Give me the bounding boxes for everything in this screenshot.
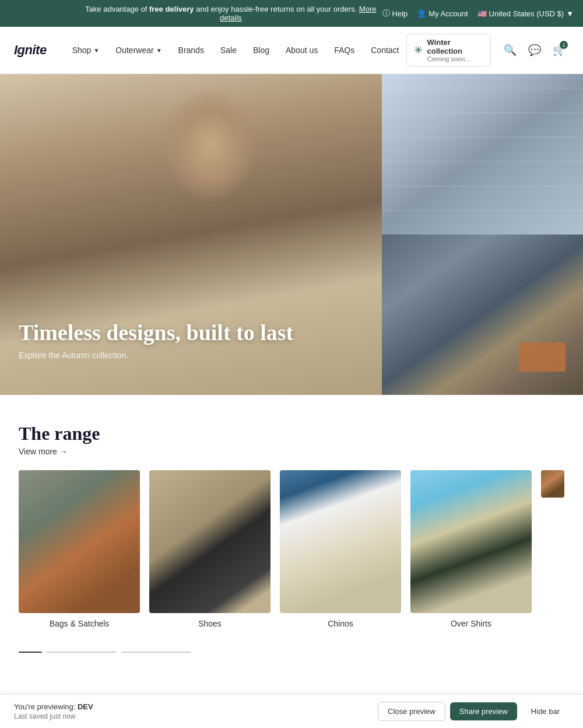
nav-sale[interactable]: Sale [213,41,244,60]
overshirts-image [410,470,532,613]
snowflake-icon: ✳ [414,44,423,57]
flag-icon: 🇺🇸 [477,9,487,18]
winter-badge-title: Winter collection [427,38,484,55]
navbar: Ignite Shop ▼ Outerwear ▼ Brands Sale Bl… [0,27,583,74]
hero-subtext: Explore the Autumn collection. [19,351,293,360]
message-icon: 💬 [528,44,541,57]
hero-main-image: Timeless designs, built to last Explore … [0,74,382,395]
announcement-link[interactable]: More details [220,5,376,22]
nav-shop[interactable]: Shop ▼ [65,41,107,60]
chinos-label: Chinos [328,619,353,628]
range-title: The range [19,423,564,444]
account-icon: 👤 [417,9,426,18]
cart-count-badge: 1 [560,41,568,49]
chevron-down-icon: ▼ [93,47,99,54]
help-link[interactable]: ⓘ Help [382,8,408,19]
carousel-dot-3[interactable] [121,652,191,653]
chinos-image [280,470,401,613]
partial-image [541,470,564,498]
range-item-chinos[interactable]: Chinos [280,470,401,628]
account-link[interactable]: 👤 My Account [417,9,468,18]
search-icon: 🔍 [504,44,517,57]
winter-collection-badge[interactable]: ✳ Winter collection Coming soon... [406,34,491,66]
nav-contact[interactable]: Contact [364,41,406,60]
announcement-text: Take advantage of free delivery and enjo… [79,5,382,22]
chevron-down-icon: ▼ [566,9,574,18]
cart-button[interactable]: 🛒 1 [549,40,569,61]
nav-right: ✳ Winter collection Coming soon... 🔍 💬 🛒… [406,34,570,66]
logo[interactable]: Ignite [14,43,47,58]
range-item-bags[interactable]: Bags & Satchels [19,470,140,628]
carousel-dot-1[interactable] [19,652,42,653]
chevron-down-icon: ▼ [156,47,162,54]
search-button[interactable]: 🔍 [500,40,520,61]
nav-brands[interactable]: Brands [171,41,211,60]
carousel-dots [0,642,583,662]
region-selector[interactable]: 🇺🇸 United States (USD $) ▼ [477,9,574,18]
nav-outerwear[interactable]: Outerwear ▼ [108,41,168,60]
range-item-overshirts[interactable]: Over Shirts [410,470,532,628]
message-button[interactable]: 💬 [525,40,545,61]
preview-bar: You're previewing: DEV Last saved just n… [0,694,583,699]
nav-about[interactable]: About us [279,41,325,60]
hero-bottom-right-image [382,235,583,395]
nav-links: Shop ▼ Outerwear ▼ Brands Sale Blog Abou… [65,41,406,60]
range-item-partial[interactable] [541,470,564,628]
bags-image [19,470,140,613]
range-item-shoes[interactable]: Shoes [149,470,271,628]
hero-text: Timeless designs, built to last Explore … [19,320,293,360]
announcement-bar: Take advantage of free delivery and enjo… [0,0,583,27]
help-icon: ⓘ [382,8,390,19]
bags-label: Bags & Satchels [50,619,110,628]
shoes-label: Shoes [198,619,222,628]
range-section: The range View more → Bags & Satchels Sh… [0,395,583,642]
nav-faqs[interactable]: FAQs [327,41,361,60]
nav-blog[interactable]: Blog [246,41,276,60]
carousel-dot-2[interactable] [47,652,117,653]
overshirts-label: Over Shirts [451,619,491,628]
hero-section: Timeless designs, built to last Explore … [0,74,583,395]
view-more-link[interactable]: View more → [19,447,564,456]
hero-headline: Timeless designs, built to last [19,320,293,346]
range-header: The range View more → [19,423,564,456]
hero-top-right-image [382,74,583,235]
shoes-image [149,470,271,613]
arrow-right-icon: → [59,447,68,456]
winter-badge-subtitle: Coming soon... [427,55,484,62]
range-grid: Bags & Satchels Shoes Chinos Over Shirts [19,470,564,628]
